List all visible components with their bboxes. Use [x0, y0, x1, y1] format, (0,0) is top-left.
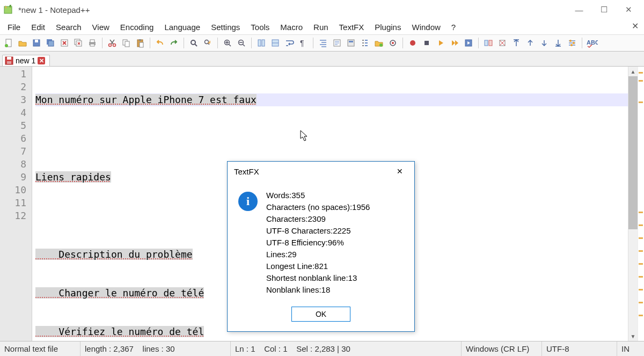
- clear-button[interactable]: [496, 37, 509, 49]
- spellcheck-button[interactable]: ABC: [586, 37, 598, 49]
- diff-opts-button[interactable]: [566, 37, 579, 49]
- svg-rect-19: [140, 42, 143, 47]
- close-all-button[interactable]: [72, 37, 85, 49]
- print-button[interactable]: [86, 37, 99, 49]
- play-macro-button[interactable]: [434, 37, 447, 49]
- first-diff-button[interactable]: [510, 37, 523, 49]
- zoom-out-button[interactable]: [235, 37, 248, 49]
- minimize-button[interactable]: —: [567, 2, 591, 18]
- info-icon: i: [238, 192, 258, 211]
- menu-edit[interactable]: Edit: [26, 21, 50, 33]
- prev-diff-button[interactable]: [524, 37, 537, 49]
- scroll-thumb[interactable]: [628, 76, 638, 229]
- close-file-button[interactable]: [58, 37, 71, 49]
- monitor-button[interactable]: [386, 37, 399, 49]
- undo-button[interactable]: [153, 37, 166, 49]
- menubar: File Edit Search View Encoding Language …: [0, 19, 644, 34]
- svg-point-20: [191, 40, 195, 45]
- app-icon: [3, 4, 14, 15]
- svg-point-44: [573, 42, 575, 44]
- status-eol: Windows (CR LF): [462, 342, 542, 356]
- status-encoding: UTF-8: [542, 342, 617, 356]
- status-filetype: Normal text file: [0, 342, 80, 356]
- svg-rect-6: [48, 41, 54, 46]
- close-x-icon[interactable]: ✕: [632, 21, 639, 31]
- stop-macro-button[interactable]: [420, 37, 433, 49]
- svg-rect-4: [35, 40, 38, 42]
- disk-icon: [5, 56, 13, 65]
- menu-search[interactable]: Search: [50, 21, 87, 33]
- svg-rect-36: [425, 41, 429, 45]
- titlebar: *new 1 - Notepad++ — ☐ ✕: [0, 0, 644, 19]
- window-title: *new 1 - Notepad++: [18, 5, 567, 14]
- svg-point-34: [392, 42, 394, 44]
- menu-view[interactable]: View: [87, 21, 115, 33]
- zoom-in-button[interactable]: [221, 37, 234, 49]
- close-tab-button[interactable]: ✕: [38, 57, 45, 64]
- doc-map-button[interactable]: [345, 37, 357, 49]
- maximize-button[interactable]: ☐: [591, 2, 616, 18]
- file-tabs: new 1 ✕: [0, 52, 644, 67]
- editor-area: 123456789101112 Mon numéro sur Apple iPh…: [0, 67, 644, 341]
- menu-window[interactable]: Window: [406, 21, 445, 33]
- marker-strip: [638, 67, 644, 341]
- svg-rect-48: [7, 57, 11, 60]
- svg-rect-30: [348, 40, 354, 46]
- replace-button[interactable]: [201, 37, 214, 49]
- paste-button[interactable]: [134, 37, 147, 49]
- menu-file[interactable]: File: [2, 21, 26, 33]
- menu-tools[interactable]: Tools: [245, 21, 275, 33]
- vertical-scrollbar[interactable]: ▲ ▼: [628, 67, 638, 341]
- indent-guide-button[interactable]: [317, 37, 330, 49]
- ud-lang-button[interactable]: [331, 37, 343, 49]
- last-diff-button[interactable]: [552, 37, 565, 49]
- show-all-chars-button[interactable]: ¶: [297, 37, 310, 49]
- save-all-button[interactable]: [44, 37, 57, 49]
- sync-h-button[interactable]: [269, 37, 282, 49]
- play-multi-button[interactable]: [448, 37, 461, 49]
- svg-rect-38: [485, 40, 488, 46]
- redo-button[interactable]: [167, 37, 180, 49]
- new-file-button[interactable]: [2, 37, 15, 49]
- copy-button[interactable]: [120, 37, 133, 49]
- svg-point-32: [379, 43, 383, 47]
- statusbar: Normal text file length : 2,367 lines : …: [0, 341, 644, 356]
- menu-help[interactable]: ?: [446, 21, 461, 33]
- svg-point-43: [569, 40, 572, 42]
- svg-point-45: [570, 44, 573, 46]
- menu-plugins[interactable]: Plugins: [369, 21, 406, 33]
- menu-language[interactable]: Language: [159, 21, 206, 33]
- folder-workspace-button[interactable]: [372, 37, 385, 49]
- open-file-button[interactable]: [16, 37, 29, 49]
- menu-run[interactable]: Run: [308, 21, 334, 33]
- scroll-up-arrow[interactable]: ▲: [628, 67, 638, 76]
- file-tab[interactable]: new 1 ✕: [2, 55, 50, 66]
- function-list-button[interactable]: [358, 37, 371, 49]
- close-window-button[interactable]: ✕: [616, 2, 641, 18]
- menu-macro[interactable]: Macro: [275, 21, 308, 33]
- find-button[interactable]: [187, 37, 200, 49]
- compare-button[interactable]: [482, 37, 495, 49]
- line-numbers: 123456789101112: [0, 67, 32, 341]
- dialog-close-button[interactable]: ✕: [392, 164, 408, 179]
- record-macro-button[interactable]: [406, 37, 419, 49]
- svg-rect-16: [125, 41, 129, 47]
- wrap-button[interactable]: [283, 37, 296, 49]
- svg-rect-31: [349, 41, 353, 42]
- sync-v-button[interactable]: [255, 37, 268, 49]
- status-mode: IN: [617, 342, 644, 356]
- menu-textfx[interactable]: TextFX: [334, 21, 370, 33]
- cut-button[interactable]: [106, 37, 119, 49]
- menu-encoding[interactable]: Encoding: [115, 21, 159, 33]
- menu-settings[interactable]: Settings: [206, 21, 245, 33]
- save-macro-button[interactable]: [462, 37, 475, 49]
- svg-point-14: [113, 44, 116, 47]
- svg-rect-12: [90, 44, 94, 46]
- status-length: length : 2,367 lines : 30: [80, 342, 231, 356]
- save-button[interactable]: [30, 37, 43, 49]
- svg-rect-39: [489, 40, 492, 46]
- next-diff-button[interactable]: [538, 37, 551, 49]
- ok-button[interactable]: OK: [291, 307, 350, 322]
- scroll-down-arrow[interactable]: ▼: [628, 331, 638, 341]
- status-position: Ln : 1 Col : 1 Sel : 2,283 | 30: [231, 342, 462, 356]
